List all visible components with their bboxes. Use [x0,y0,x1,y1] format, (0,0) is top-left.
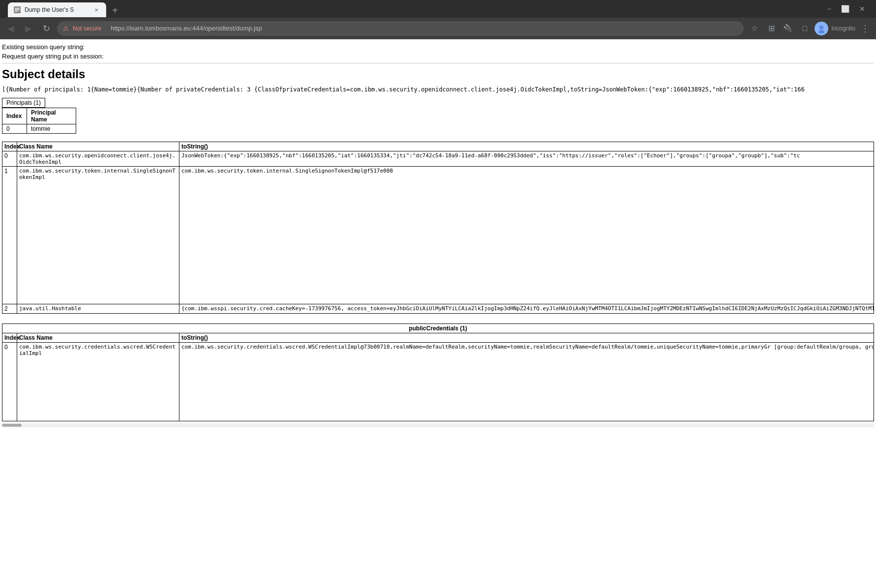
tab-bar: Dump the User's S ✕ + [4,0,824,17]
public-creds-class-0: com.ibm.ws.security.credentials.wscred.W… [17,343,179,421]
public-creds-row-0: 0 com.ibm.ws.security.credentials.wscred… [2,343,874,421]
security-warning-text: Not secure [73,25,101,32]
address-bar: ◀ ▶ ↻ ⚠ Not secure | https://isam.tombos… [0,18,876,39]
private-creds-class-1: com.ibm.ws.security.token.internal.Singl… [17,167,179,304]
private-creds-tostring-0: JsonWebToken:{"exp":1660138925,"nbf":166… [179,151,874,167]
principals-title-cell: Principals (1) [2,98,45,108]
incognito-label: Incognito [831,25,855,32]
toolbar-icons: ☆ ⊞ 🔌 □ Incognito ⋮ [748,22,872,35]
session-line1: Existing session query string: [2,43,874,51]
credentials-text: [{Number of principals: 1{Name=tommie}{N… [2,86,874,93]
private-creds-row-1: 1 com.ibm.ws.security.token.internal.Sin… [2,167,874,304]
page-content: Existing session query string: Request q… [0,39,876,431]
tab-favicon [14,6,21,13]
window-controls: − ⬜ ✕ [824,4,872,14]
public-creds-table: Index Class Name toString() 0 com.ibm.ws… [2,333,874,421]
extensions-icon[interactable]: ⊞ [764,22,778,35]
tab-title: Dump the User's S [25,6,88,13]
private-creds-table: Index Class Name toString() 0 com.ibm.ws… [2,142,874,314]
puzzle-icon[interactable]: 🔌 [781,22,795,35]
principals-table: Index Principal Name 0 tommie [2,108,76,134]
svg-point-5 [819,26,823,29]
horizontal-scrollbar[interactable] [2,423,874,427]
svg-rect-3 [15,11,18,12]
principals-col-index: Index [2,108,27,124]
private-creds-idx-2: 2 [2,304,17,314]
principals-row-0: 0 tommie [2,124,76,134]
tab-switcher-icon[interactable]: □ [798,22,812,35]
public-creds-title-table: publicCredentials (1) [2,323,874,333]
svg-rect-1 [15,8,20,9]
divider-1 [2,63,874,63]
menu-icon[interactable]: ⋮ [858,22,872,35]
principals-title-table: Principals (1) [2,98,45,108]
principals-col-name: Principal Name [27,108,76,124]
browser-chrome: Dump the User's S ✕ + − ⬜ ✕ ◀ ▶ ↻ ⚠ Not … [0,0,876,39]
title-bar: Dump the User's S ✕ + − ⬜ ✕ [0,0,876,18]
new-tab-button[interactable]: + [108,3,122,17]
scrollbar-thumb[interactable] [2,424,22,427]
private-creds-row-2: 2 java.util.Hashtable {com.ibm.wsspi.sec… [2,304,874,314]
principals-section: Principals (1) Index Principal Name 0 to… [2,98,874,134]
public-creds-section: publicCredentials (1) Index Class Name t… [2,323,874,421]
principals-index-0: 0 [2,124,27,134]
url-bar[interactable]: ⚠ Not secure | https://isam.tombosmans.e… [57,21,744,36]
public-creds-idx-0: 0 [2,343,17,421]
private-creds-idx-1: 1 [2,167,17,304]
minimize-button[interactable]: − [824,4,834,14]
close-button[interactable]: ✕ [856,4,868,14]
maximize-button[interactable]: ⬜ [838,4,852,14]
forward-button[interactable]: ▶ [22,22,35,35]
public-creds-col-class: Class Name [17,333,179,343]
public-creds-col-tostring: toString() [179,333,874,343]
tab-close-button[interactable]: ✕ [92,6,100,14]
url-text: https://isam.tombosmans.eu:444/openidtes… [111,25,262,32]
refresh-button[interactable]: ↻ [39,22,53,35]
private-creds-col-tostring: toString() [179,142,874,151]
profile-button[interactable] [815,22,828,35]
active-tab[interactable]: Dump the User's S ✕ [8,2,106,17]
private-creds-class-0: com.ibm.ws.security.openidconnect.client… [17,151,179,167]
private-creds-tostring-2: {com.ibm.wsspi.security.cred.cacheKey=-1… [179,304,874,314]
session-line2: Request query string put in session: [2,53,874,60]
private-creds-col-index: Index [2,142,17,151]
private-creds-section: Index Class Name toString() 0 com.ibm.ws… [2,142,874,314]
page-heading: Subject details [2,67,874,81]
bookmark-icon[interactable]: ☆ [748,22,761,35]
public-creds-tostring-0: com.ibm.ws.security.credentials.wscred.W… [179,343,874,421]
public-creds-col-index: Index [2,333,17,343]
svg-rect-2 [15,9,20,10]
principals-name-0: tommie [27,124,76,134]
security-warning-icon: ⚠ [63,25,69,32]
private-creds-tostring-1: com.ibm.ws.security.token.internal.Singl… [179,167,874,304]
private-creds-idx-0: 0 [2,151,17,167]
back-button[interactable]: ◀ [4,22,18,35]
private-creds-col-class: Class Name [17,142,179,151]
url-separator: | [105,25,107,32]
private-creds-class-2: java.util.Hashtable [17,304,179,314]
public-creds-title: publicCredentials (1) [2,324,874,333]
private-creds-row-0: 0 com.ibm.ws.security.openidconnect.clie… [2,151,874,167]
